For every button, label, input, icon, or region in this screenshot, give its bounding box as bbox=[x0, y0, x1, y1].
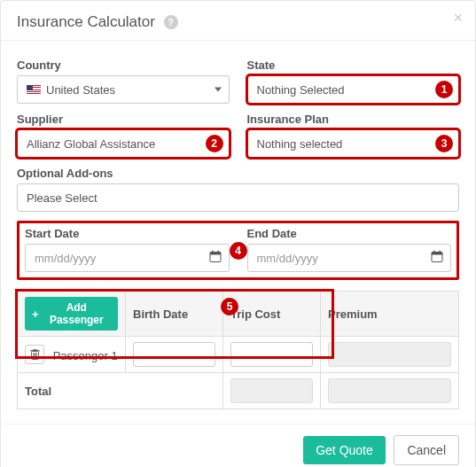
supplier-label: Supplier bbox=[17, 113, 230, 126]
modal-footer: Get Quote Cancel bbox=[1, 424, 475, 467]
get-quote-button[interactable]: Get Quote bbox=[303, 436, 386, 464]
svg-rect-6 bbox=[433, 251, 435, 253]
total-label: Total bbox=[18, 373, 223, 409]
end-date-label: End Date bbox=[247, 227, 452, 240]
add-passenger-button[interactable]: + Add Passenger bbox=[25, 297, 118, 331]
country-label: Country bbox=[17, 58, 230, 72]
col-premium: Premium bbox=[321, 292, 459, 337]
plan-select[interactable]: Nothing selected 3 bbox=[247, 129, 460, 158]
chevron-down-icon bbox=[215, 88, 222, 92]
country-select[interactable]: United States bbox=[17, 75, 230, 104]
total-row: Total bbox=[18, 373, 459, 409]
cancel-button[interactable]: Cancel bbox=[394, 435, 459, 465]
state-label: State bbox=[247, 58, 460, 72]
modal-body: Country United States State Nothing Sele… bbox=[1, 41, 475, 424]
supplier-select[interactable]: Allianz Global Assistance 2 bbox=[17, 129, 230, 158]
col-trip-cost: Trip Cost bbox=[223, 292, 321, 337]
svg-rect-5 bbox=[432, 253, 442, 255]
start-date-input[interactable]: mm/dd/yyyy bbox=[25, 244, 230, 272]
passenger-row-label: Passenger 1 bbox=[53, 349, 118, 362]
calendar-icon bbox=[431, 251, 443, 266]
svg-rect-3 bbox=[217, 251, 219, 253]
delete-passenger-button[interactable] bbox=[25, 345, 44, 364]
svg-rect-13 bbox=[35, 353, 36, 358]
svg-rect-1 bbox=[210, 253, 221, 255]
marker-3: 3 bbox=[435, 135, 453, 152]
premium-output bbox=[328, 342, 451, 367]
date-range-group: Start Date mm/dd/yyyy End Date mm/dd/yyy… bbox=[17, 221, 459, 280]
start-date-label: Start Date bbox=[25, 227, 230, 240]
flag-us-icon bbox=[27, 85, 41, 95]
plan-label: Insurance Plan bbox=[247, 113, 460, 126]
total-cost-output bbox=[230, 378, 313, 403]
close-icon[interactable]: × bbox=[453, 10, 463, 26]
marker-4: 4 bbox=[230, 242, 247, 260]
svg-rect-2 bbox=[212, 251, 214, 253]
end-date-placeholder: mm/dd/yyyy bbox=[257, 252, 318, 265]
addons-select[interactable]: Please Select bbox=[17, 183, 459, 212]
state-value: Nothing Selected bbox=[257, 83, 345, 97]
country-value: United States bbox=[46, 83, 115, 97]
marker-2: 2 bbox=[206, 135, 223, 152]
plus-icon: + bbox=[32, 307, 39, 321]
add-passenger-label: Add Passenger bbox=[43, 301, 111, 326]
svg-rect-11 bbox=[33, 353, 34, 358]
svg-rect-7 bbox=[440, 251, 441, 253]
addons-label: Optional Add-ons bbox=[17, 167, 459, 180]
start-date-placeholder: mm/dd/yyyy bbox=[35, 252, 96, 265]
trip-cost-input[interactable] bbox=[230, 342, 313, 367]
help-icon[interactable]: ? bbox=[164, 15, 178, 29]
end-date-input[interactable]: mm/dd/yyyy bbox=[247, 244, 452, 272]
total-premium-output bbox=[328, 378, 451, 403]
col-birth-date: Birth Date bbox=[126, 292, 223, 337]
birth-date-input[interactable] bbox=[133, 342, 215, 367]
calendar-icon bbox=[209, 251, 222, 266]
plan-value: Nothing selected bbox=[257, 137, 343, 151]
passenger-table-wrap: 5 + Add Passenger Birth Date Trip Cost P… bbox=[17, 291, 459, 409]
modal-header: Insurance Calculator ? × bbox=[1, 1, 475, 41]
modal-title: Insurance Calculator bbox=[17, 13, 155, 30]
marker-1: 1 bbox=[435, 81, 453, 98]
addons-value: Please Select bbox=[27, 191, 98, 205]
insurance-calculator-modal: Insurance Calculator ? × Country United … bbox=[0, 0, 476, 467]
state-select[interactable]: Nothing Selected 1 bbox=[247, 75, 460, 104]
marker-5: 5 bbox=[221, 298, 238, 315]
svg-rect-10 bbox=[33, 349, 36, 351]
svg-rect-12 bbox=[35, 353, 35, 358]
table-row: Passenger 1 bbox=[18, 337, 459, 373]
supplier-value: Allianz Global Assistance bbox=[27, 137, 155, 151]
